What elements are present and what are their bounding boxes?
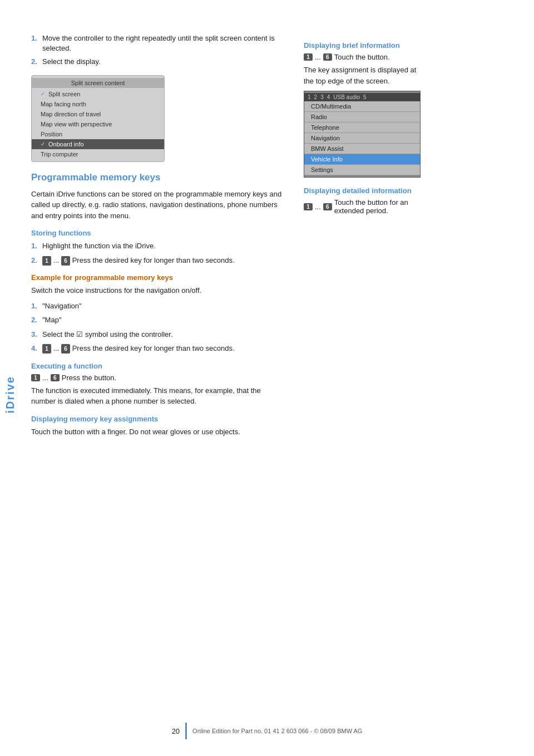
screen-item-facing-label: Map facing north	[41, 101, 86, 107]
brief-keys-line: 1 ... 6 Touch the button.	[304, 53, 426, 61]
display-assignments-text: Touch the button with a finger. Do not w…	[31, 426, 287, 438]
screen-item-trip-label: Trip computer	[41, 151, 78, 158]
right-item-navigation: Navigation	[304, 133, 420, 144]
executing-suffix: Press the button.	[62, 374, 116, 382]
intro-step-2: 2. Select the display.	[31, 57, 287, 67]
step-num-2: 2.	[31, 57, 39, 67]
screen-item-position-label: Position	[41, 131, 62, 138]
right-column: Displaying brief information 1 ... 6 Tou…	[304, 33, 426, 734]
key-badge-detailed-1: 1	[304, 203, 313, 210]
footer-divider	[185, 723, 187, 739]
topbar-2: 2	[314, 94, 318, 100]
screen-item-perspective-label: Map view with perspective	[41, 121, 112, 127]
detailed-keys-line: 1 ... 6 Touch the button for an extended…	[304, 198, 426, 215]
screen-title-bar: Split screen content	[32, 78, 164, 88]
intro-steps: 1. Move the controller to the right repe…	[31, 33, 287, 67]
screen-item-direction: Map direction of travel	[32, 109, 164, 119]
example-step-3: 3. Select the ☑ symbol using the control…	[31, 329, 287, 340]
split-screen-mockup: Split screen content ✓ Split screen Map …	[31, 75, 165, 162]
right-item-cd: CD/Multimedia	[304, 101, 420, 112]
screen-item-trip: Trip computer	[32, 149, 164, 159]
key-badge-6a: 6	[61, 256, 70, 266]
right-screen-mockup: 1 2 3 4 USB audio 5 CD/Multimedia Radio …	[304, 91, 421, 178]
key-badge-1c: 1	[31, 374, 40, 381]
example-step-4-content: 1 ... 6 Press the desired key for longer…	[42, 343, 235, 354]
example-step-1: 1. "Navigation"	[31, 301, 287, 312]
detailed-heading: Displaying detailed information	[304, 186, 426, 195]
example-step-2-text: "Map"	[42, 315, 62, 326]
screen-item-split-label: Split screen	[48, 91, 80, 97]
executing-ellipsis: ...	[42, 374, 48, 382]
example-step-4-num: 4.	[31, 343, 39, 354]
storing-step-1-text: Highlight the function via the iDrive.	[42, 240, 156, 252]
example-step-4-ellipsis: ...	[53, 344, 61, 352]
programmable-heading: Programmable memory keys	[31, 172, 287, 183]
programmable-intro: Certain iDrive functions can be stored o…	[31, 189, 287, 222]
key-badge-6c: 6	[51, 374, 60, 381]
topbar-text: 1	[308, 94, 311, 100]
example-step-1-num: 1.	[31, 301, 39, 312]
screen-item-facing: Map facing north	[32, 99, 164, 109]
main-content: 1. Move the controller to the right repe…	[20, 0, 534, 756]
example-step-3-num: 3.	[31, 329, 39, 340]
left-column: 1. Move the controller to the right repe…	[31, 33, 287, 734]
page-number: 20	[172, 727, 180, 735]
right-item-radio: Radio	[304, 112, 420, 122]
example-step-2-num: 2.	[31, 315, 39, 326]
sidebar-label: iDrive	[0, 0, 20, 756]
step-num-1: 1.	[31, 33, 39, 53]
key-badge-6b: 6	[61, 344, 70, 354]
detailed-ellipsis: ...	[315, 203, 321, 211]
display-assignments-heading: Displaying memory key assignments	[31, 415, 287, 423]
right-item-telephone: Telephone	[304, 122, 420, 133]
example-step-2: 2. "Map"	[31, 315, 287, 326]
key-badge-1b: 1	[42, 344, 51, 354]
topbar-usb: USB audio	[333, 94, 360, 100]
screen-item-split: ✓ Split screen	[32, 89, 164, 99]
executing-text: The function is executed immediately. Th…	[31, 385, 287, 407]
executing-keys-line: 1 ... 6 Press the button.	[31, 374, 287, 382]
executing-heading: Executing a function	[31, 362, 287, 370]
storing-step-2: 2. 1 ... 6 Press the desired key for lon…	[31, 255, 287, 266]
brief-heading: Displaying brief information	[304, 41, 426, 50]
footer: 20 Online Edition for Part no. 01 41 2 6…	[0, 723, 534, 739]
page-container: iDrive 1. Move the controller to the rig…	[0, 0, 534, 756]
example-step-4-text: Press the desired key for longer than tw…	[72, 344, 235, 352]
check-icon-onboard: ✓	[41, 141, 45, 147]
topbar-5: 5	[363, 94, 367, 100]
intro-step-1: 1. Move the controller to the right repe…	[31, 33, 287, 53]
key-badge-brief-1: 1	[304, 53, 313, 61]
key-badge-brief-6: 6	[323, 53, 332, 61]
brief-ellipsis: ...	[315, 53, 321, 61]
example-step-3-text: Select the ☑ symbol using the controller…	[42, 329, 173, 340]
intro-step-1-text: Move the controller to the right repeate…	[42, 33, 287, 53]
topbar-4: 4	[327, 94, 330, 100]
example-step-1-text: "Navigation"	[42, 301, 82, 312]
topbar-3: 3	[320, 94, 324, 100]
right-item-bmw: BMW Assist	[304, 144, 420, 154]
key-badge-1a: 1	[42, 256, 51, 266]
storing-step-2-num: 2.	[31, 255, 39, 266]
storing-step-2-text: Press the desired key for longer than tw…	[72, 256, 235, 264]
storing-step-2-content: 1 ... 6 Press the desired key for longer…	[42, 255, 235, 266]
right-screen-topbar: 1 2 3 4 USB audio 5	[304, 93, 420, 101]
example-heading: Example for programmable memory keys	[31, 273, 287, 282]
brief-suffix: Touch the button.	[334, 53, 390, 61]
footer-copyright: Online Edition for Part no. 01 41 2 603 …	[192, 728, 362, 734]
storing-step-1: 1. Highlight the function via the iDrive…	[31, 240, 287, 252]
screen-title-text: Split screen content	[71, 80, 125, 86]
storing-heading: Storing functions	[31, 229, 287, 237]
screen-item-onboard-label: Onboard info	[48, 141, 84, 148]
intro-step-2-text: Select the display.	[42, 57, 101, 67]
right-item-vehicle: Vehicle Info	[304, 154, 420, 165]
screen-item-direction-label: Map direction of travel	[41, 111, 101, 117]
brief-text: The key assignment is displayed at the t…	[304, 65, 426, 86]
key-badge-detailed-6: 6	[323, 203, 332, 210]
storing-ellipsis: ...	[53, 256, 61, 264]
check-icon-split: ✓	[41, 91, 45, 97]
storing-step-1-num: 1.	[31, 240, 39, 252]
sidebar-text: iDrive	[4, 376, 17, 414]
screen-item-perspective: Map view with perspective	[32, 119, 164, 129]
right-item-settings: Settings	[304, 165, 420, 175]
detailed-text: Touch the button for an extended period.	[334, 198, 426, 215]
